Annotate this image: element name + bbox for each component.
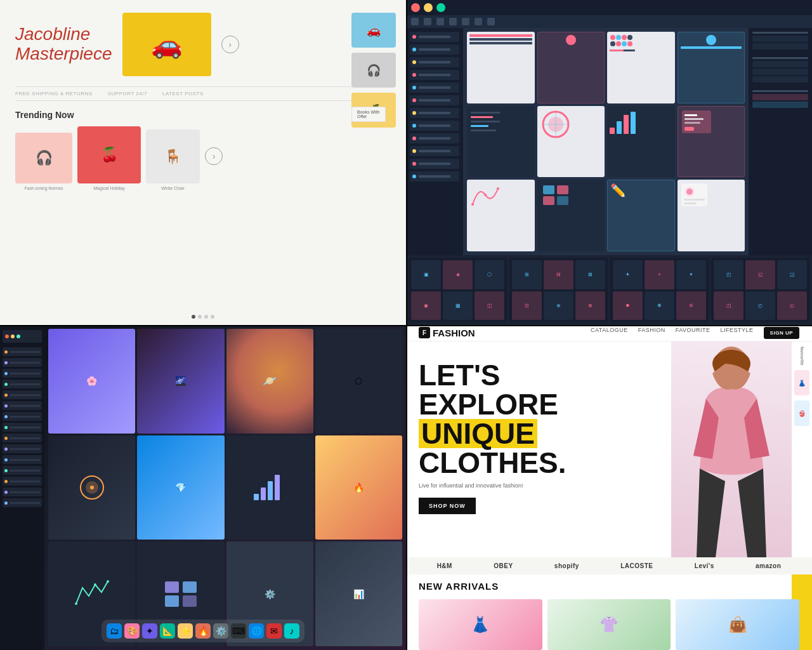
bl-layer-14[interactable]: [3, 488, 42, 496]
asset-5[interactable]: ▦: [443, 291, 473, 321]
widget-6[interactable]: [537, 106, 605, 178]
widget-10[interactable]: [537, 180, 605, 251]
bl-layer-2[interactable]: [3, 358, 42, 367]
bl-widget-6[interactable]: 💎: [137, 435, 224, 540]
panel-item-5[interactable]: [752, 76, 808, 83]
comp-2[interactable]: ⊟: [544, 260, 573, 289]
bl-layer-9[interactable]: [3, 434, 42, 442]
asset-1[interactable]: ▣: [411, 260, 441, 289]
product-item-3[interactable]: 🪑 White Chair: [146, 129, 200, 190]
next-arrow-icon[interactable]: ›: [221, 36, 239, 53]
style-4[interactable]: ◳: [714, 291, 743, 321]
layer-2[interactable]: [410, 44, 459, 55]
dock-browser[interactable]: 🌐: [249, 623, 264, 639]
layer-12[interactable]: [410, 171, 459, 182]
dot-4[interactable]: [211, 315, 214, 319]
asset-6[interactable]: ◫: [475, 291, 504, 321]
trending-next-icon[interactable]: ›: [205, 147, 223, 165]
bl-layer-8[interactable]: [3, 423, 42, 432]
style-2[interactable]: ◱: [745, 260, 775, 289]
side-product-2[interactable]: 🎧: [351, 53, 396, 88]
dock-terminal[interactable]: ⌨: [231, 623, 246, 639]
product-card-2[interactable]: 👚: [547, 599, 671, 650]
bl-widget-4[interactable]: ⬡: [315, 329, 402, 434]
asset-4[interactable]: ◉: [411, 291, 441, 321]
bl-widget-12[interactable]: 📊: [315, 541, 402, 646]
product-item-1[interactable]: 🎧 Fash.ioning themes: [15, 133, 72, 190]
layer-9[interactable]: [410, 133, 459, 143]
panel-item-1[interactable]: [752, 36, 808, 42]
dot-1[interactable]: [192, 315, 195, 319]
asset-2[interactable]: ◈: [443, 260, 473, 289]
bl-layer-6[interactable]: [3, 401, 42, 410]
icon-1[interactable]: ✦: [613, 260, 643, 289]
widget-7[interactable]: [607, 106, 675, 178]
bl-widget-5[interactable]: [48, 435, 135, 540]
panel-item-7[interactable]: [752, 102, 808, 108]
dock-settings[interactable]: ⚙️: [213, 623, 228, 639]
shop-now-button[interactable]: SHOP NOW: [419, 498, 476, 514]
bl-layer-3[interactable]: [3, 369, 42, 378]
icon-3[interactable]: ✶: [676, 260, 706, 289]
dot-2[interactable]: [198, 315, 202, 319]
dot-3[interactable]: [204, 315, 208, 319]
bl-layer-12[interactable]: [3, 466, 42, 475]
layer-7[interactable]: [410, 108, 459, 118]
icon-6[interactable]: ❊: [676, 291, 706, 321]
tool-4[interactable]: [449, 18, 457, 25]
panel-item-2[interactable]: [752, 43, 808, 50]
dock-app4[interactable]: ⭐: [178, 623, 193, 639]
icon-5[interactable]: ❋: [645, 291, 674, 321]
nav-lifestyle[interactable]: LIFESTYLE: [721, 327, 754, 339]
bl-widget-8[interactable]: 🔥: [315, 435, 402, 540]
widget-8[interactable]: [678, 106, 745, 178]
nav-catalogue[interactable]: CATALOGUE: [591, 327, 628, 339]
widget-1[interactable]: [467, 32, 535, 103]
layer-8[interactable]: [410, 121, 459, 131]
side-product-1[interactable]: 🚗: [351, 13, 396, 48]
widget-9[interactable]: [467, 180, 535, 251]
bl-layer-13[interactable]: [3, 477, 42, 486]
layer-10[interactable]: [410, 146, 459, 156]
comp-3[interactable]: ⊠: [575, 260, 605, 289]
tool-3[interactable]: [436, 18, 444, 25]
fav-item-1[interactable]: 👗: [794, 370, 809, 395]
dock-finder[interactable]: 🗂: [107, 623, 122, 639]
style-6[interactable]: ◵: [777, 291, 807, 321]
style-1[interactable]: ◰: [714, 260, 743, 289]
comp-1[interactable]: ⊞: [512, 260, 542, 289]
comp-5[interactable]: ⊕: [544, 291, 573, 321]
panel-item-3[interactable]: [752, 61, 808, 67]
tool-1[interactable]: [411, 18, 419, 25]
dock-app3[interactable]: 📐: [160, 623, 175, 639]
layer-1[interactable]: [410, 32, 459, 42]
layer-5[interactable]: [410, 83, 459, 93]
style-5[interactable]: ◴: [745, 291, 775, 321]
widget-5[interactable]: [467, 106, 535, 178]
bl-layer-1[interactable]: [3, 347, 42, 356]
bl-layer-5[interactable]: [3, 390, 42, 399]
widget-2[interactable]: [537, 32, 605, 103]
bl-widget-3[interactable]: 🪐: [226, 329, 313, 434]
dock-music[interactable]: ♪: [284, 623, 299, 639]
nav-favourite[interactable]: FAVOURITE: [676, 327, 710, 339]
panel-item-6[interactable]: [752, 94, 808, 100]
dock-app1[interactable]: 🎨: [124, 623, 140, 639]
widget-3[interactable]: [607, 32, 675, 103]
widget-4[interactable]: [678, 32, 745, 103]
bl-layer-15[interactable]: [3, 498, 42, 507]
widget-12[interactable]: [678, 180, 745, 251]
bl-widget-1[interactable]: 🌸: [48, 329, 135, 434]
product-card-3[interactable]: 👜: [676, 599, 799, 650]
fav-item-2[interactable]: 👙: [794, 401, 809, 426]
layer-6[interactable]: [410, 95, 459, 105]
bl-layer-4[interactable]: [3, 380, 42, 388]
layer-4[interactable]: [410, 70, 459, 80]
dock-app2[interactable]: ✦: [142, 623, 157, 639]
bl-layer-7[interactable]: [3, 412, 42, 421]
tool-5[interactable]: [462, 18, 469, 25]
comp-6[interactable]: ⊗: [575, 291, 605, 321]
signup-button[interactable]: SIGN UP: [764, 327, 799, 339]
product-card-1[interactable]: 👗: [419, 599, 542, 650]
maximize-button[interactable]: [436, 3, 445, 12]
